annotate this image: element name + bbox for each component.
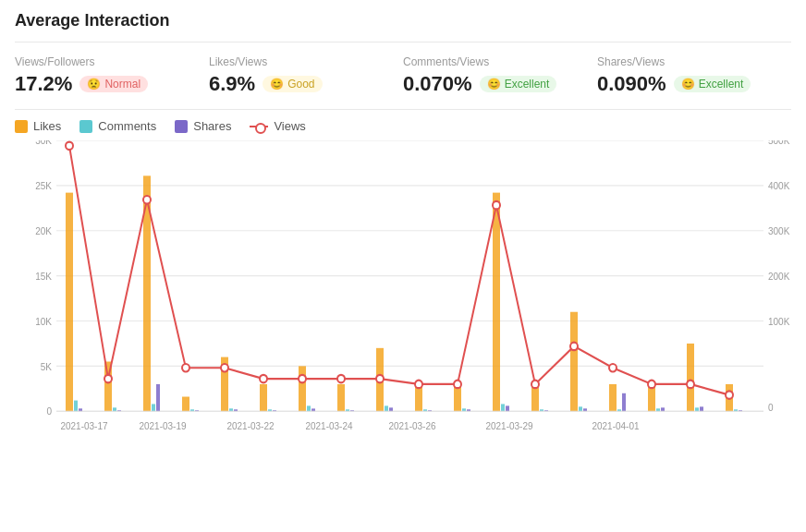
svg-point-80: [260, 375, 267, 383]
svg-rect-30: [182, 397, 189, 412]
svg-rect-22: [74, 401, 78, 412]
svg-rect-29: [156, 384, 160, 411]
legend-label-shares: Shares: [193, 119, 231, 133]
svg-text:2021-03-22: 2021-03-22: [226, 421, 274, 431]
metric-likes-views: Likes/Views 6.9% 😊 Good: [209, 55, 403, 96]
svg-point-84: [415, 381, 422, 389]
svg-point-75: [66, 142, 73, 151]
svg-rect-25: [113, 407, 116, 411]
svg-text:200K: 200K: [768, 272, 789, 282]
svg-rect-61: [579, 406, 582, 411]
svg-text:20K: 20K: [35, 226, 52, 236]
svg-text:2021-03-17: 2021-03-17: [60, 421, 107, 431]
metric-value-row-3: 0.070% 😊 Excellent: [403, 72, 579, 96]
legend-box-likes: [15, 120, 28, 133]
svg-point-76: [104, 375, 112, 383]
metric-value-row-2: 6.9% 😊 Good: [209, 72, 385, 96]
svg-text:2021-04-01: 2021-04-01: [592, 421, 639, 431]
svg-text:400K: 400K: [768, 181, 789, 191]
svg-point-86: [493, 201, 500, 210]
legend-label-views: Views: [274, 119, 305, 133]
svg-point-83: [376, 375, 384, 383]
svg-point-89: [609, 364, 617, 372]
metric-value-1: 17.2%: [15, 72, 72, 96]
svg-rect-36: [260, 384, 267, 411]
svg-rect-40: [307, 405, 311, 411]
badge-text-1: Normal: [104, 78, 140, 91]
metric-value-4: 0.090%: [597, 72, 666, 96]
svg-point-87: [531, 381, 539, 389]
badge-text-4: Excellent: [699, 78, 744, 91]
svg-point-78: [182, 364, 189, 372]
metric-label-3: Comments/Views: [403, 55, 579, 68]
badge-icon-2: 😊: [270, 78, 284, 91]
badge-text-3: Excellent: [505, 78, 550, 91]
legend-label-comments: Comments: [98, 119, 156, 133]
metric-value-row-1: 17.2% 😟 Normal: [15, 72, 190, 96]
svg-point-82: [337, 375, 345, 383]
svg-rect-65: [622, 393, 626, 411]
svg-text:5K: 5K: [41, 361, 52, 371]
metric-views-followers: Views/Followers 17.2% 😟 Normal: [15, 55, 209, 96]
svg-rect-56: [506, 405, 509, 411]
legend-line-views: [250, 126, 268, 127]
chart-svg: 30K 25K 20K 15K 10K 5K 0 500K 400K 300K …: [15, 140, 791, 454]
svg-rect-63: [609, 384, 617, 411]
metric-value-3: 0.070%: [403, 72, 472, 96]
legend-likes: Likes: [15, 119, 61, 133]
svg-text:30K: 30K: [35, 140, 52, 146]
legend-label-likes: Likes: [33, 119, 61, 133]
legend-comments: Comments: [79, 119, 156, 133]
svg-rect-55: [501, 404, 505, 411]
svg-point-88: [570, 343, 578, 351]
svg-point-85: [454, 381, 461, 389]
metric-badge-3: 😊 Excellent: [480, 76, 557, 92]
svg-text:0: 0: [46, 406, 52, 417]
svg-point-79: [221, 364, 228, 372]
svg-point-92: [726, 391, 733, 399]
svg-text:2021-03-29: 2021-03-29: [485, 421, 532, 431]
svg-text:2021-03-26: 2021-03-26: [388, 421, 435, 431]
svg-rect-46: [385, 405, 388, 411]
svg-rect-21: [66, 193, 73, 412]
metric-shares-views: Shares/Views 0.090% 😊 Excellent: [597, 55, 791, 96]
svg-rect-28: [152, 404, 155, 411]
badge-text-2: Good: [287, 78, 314, 91]
svg-text:15K: 15K: [35, 272, 52, 282]
svg-text:300K: 300K: [768, 226, 789, 236]
legend-views: Views: [250, 119, 305, 133]
metrics-row: Views/Followers 17.2% 😟 Normal Likes/Vie…: [15, 55, 791, 96]
svg-point-77: [143, 196, 151, 204]
svg-text:500K: 500K: [768, 140, 789, 146]
chart-area: 30K 25K 20K 15K 10K 5K 0 500K 400K 300K …: [15, 140, 791, 454]
title-divider: [15, 42, 791, 42]
metric-badge-4: 😊 Excellent: [674, 76, 751, 92]
svg-text:2021-03-19: 2021-03-19: [139, 421, 186, 431]
svg-rect-54: [493, 193, 500, 412]
metric-label-4: Shares/Views: [597, 55, 773, 68]
svg-rect-47: [389, 407, 393, 411]
chart-divider: [15, 109, 791, 110]
svg-rect-71: [700, 406, 703, 411]
svg-text:0: 0: [768, 403, 774, 413]
badge-icon-3: 😊: [487, 78, 501, 91]
metric-value-row-4: 0.090% 😊 Excellent: [597, 72, 773, 96]
svg-rect-70: [695, 407, 699, 411]
metric-badge-1: 😟 Normal: [79, 76, 148, 92]
chart-legend: Likes Comments Shares Views: [15, 119, 791, 133]
main-container: Average Interaction Views/Followers 17.2…: [0, 0, 806, 466]
legend-shares: Shares: [175, 119, 231, 133]
svg-rect-42: [337, 384, 345, 411]
svg-text:10K: 10K: [35, 316, 52, 326]
svg-rect-68: [661, 407, 665, 411]
metric-label-1: Views/Followers: [15, 55, 190, 68]
metric-comments-views: Comments/Views 0.070% 😊 Excellent: [403, 55, 597, 96]
badge-icon-4: 😊: [681, 78, 695, 91]
svg-text:100K: 100K: [768, 316, 789, 326]
metric-label-2: Likes/Views: [209, 55, 385, 68]
svg-point-90: [648, 381, 655, 389]
metric-badge-2: 😊 Good: [263, 76, 322, 92]
legend-box-comments: [79, 120, 92, 133]
metric-value-2: 6.9%: [209, 72, 255, 96]
badge-icon-1: 😟: [87, 78, 101, 91]
